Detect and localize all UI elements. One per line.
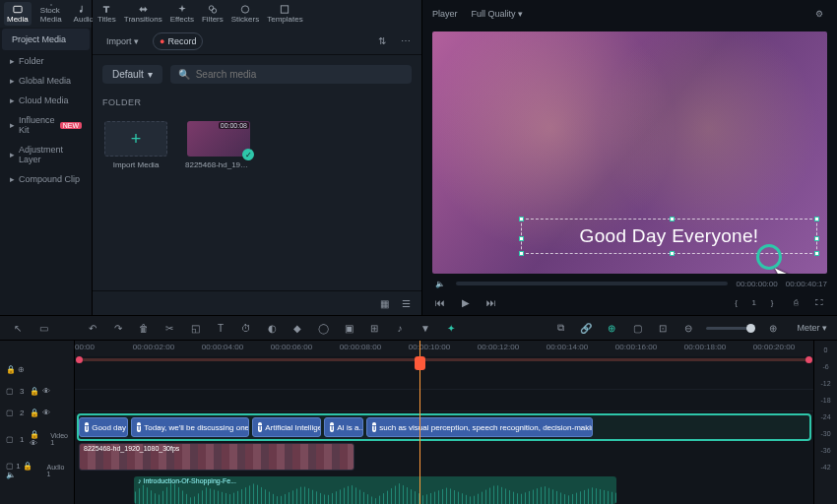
tab-media[interactable]: Media xyxy=(4,2,32,26)
range-bar[interactable] xyxy=(79,358,809,361)
timeline-toolbar: ↖ ▭ ↶ ↷ 🗑 ✂ ◱ T ⏱ ◐ ◆ ◯ ▣ ⊞ ♪ ▼ ✦ ⧉ 🔗 ⊕ … xyxy=(0,315,837,341)
vol-icon[interactable]: 🔈 xyxy=(432,276,448,291)
snap-icon[interactable]: ⊕ xyxy=(604,320,619,336)
media-clip[interactable]: 00:00:08✓ 8225468-hd_1920_1... xyxy=(185,121,252,169)
top-tabs: Media Stock Media Audio xyxy=(0,0,92,28)
time-ruler[interactable]: 00:00 00:00:02:00 00:00:04:00 00:00:06:0… xyxy=(75,341,813,356)
audio-1-head[interactable]: ▢ 1 🔒 🔈Audio 1 xyxy=(0,455,74,486)
ai-icon[interactable]: ✦ xyxy=(443,320,459,336)
track-3-head[interactable]: ▢ 3 🔒 👁 xyxy=(0,380,74,402)
sidebar-header[interactable]: Project Media xyxy=(2,29,90,50)
play-icon[interactable]: ▶ xyxy=(458,294,474,310)
magnet-icon[interactable]: ⧉ xyxy=(552,320,568,336)
caption-clip[interactable]: AI is a... xyxy=(324,417,363,437)
mark-in-icon[interactable]: { xyxy=(729,294,744,310)
undo-icon[interactable]: ↶ xyxy=(85,320,100,336)
grid-view-icon[interactable]: ▦ xyxy=(376,295,392,311)
fullscreen-icon[interactable]: ⛶ xyxy=(811,294,827,310)
tab-titles[interactable]: Titles xyxy=(95,2,119,26)
playhead[interactable] xyxy=(419,341,420,504)
svg-point-6 xyxy=(212,9,217,14)
snapshot-icon[interactable]: ⎙ xyxy=(788,294,804,310)
cut-icon[interactable]: ✂ xyxy=(161,320,177,336)
more-icon[interactable]: ⋯ xyxy=(398,33,414,49)
redo-icon[interactable]: ↷ xyxy=(110,320,126,336)
clip-duration: 00:00:08 xyxy=(219,122,249,129)
caption-clip[interactable]: Artificial Intellige... xyxy=(252,417,321,437)
delete-icon[interactable]: 🗑 xyxy=(136,320,152,336)
track-3[interactable] xyxy=(75,368,813,390)
speed-icon[interactable]: ⏱ xyxy=(238,320,254,336)
track-icon[interactable]: ▣ xyxy=(341,320,356,336)
tab-stock[interactable]: Stock Media xyxy=(37,2,65,26)
sidebar-adjust[interactable]: ▸ Adjustment Layer xyxy=(0,140,92,169)
tab-stickers[interactable]: Stickers xyxy=(228,2,262,26)
search-icon: 🔍 xyxy=(178,69,190,80)
mask-icon[interactable]: ◯ xyxy=(315,320,331,336)
zoom-out-icon[interactable]: ⊖ xyxy=(680,320,696,336)
preview-viewport[interactable]: Good Day Everyone! ➤ xyxy=(432,32,827,274)
tab-effects[interactable]: Effects xyxy=(167,2,197,26)
sidebar-compound[interactable]: ▸ Compound Clip xyxy=(0,169,92,189)
marker-icon[interactable]: ▼ xyxy=(418,320,433,336)
default-select[interactable]: Default ▾ xyxy=(102,65,162,84)
tab-transitions[interactable]: Transitions xyxy=(121,2,165,26)
import-menu[interactable]: Import ▾ xyxy=(100,33,145,49)
caption-text: Good Day Everyone! xyxy=(534,225,805,247)
svg-rect-8 xyxy=(282,6,289,13)
prev-icon[interactable]: ⏮ xyxy=(432,294,448,310)
track-2-head[interactable]: ▢ 2 🔒 👁 xyxy=(0,402,74,423)
caption-clip[interactable]: Good day ... xyxy=(79,417,128,437)
caption-clip[interactable]: such as visual perception, speech recogn… xyxy=(366,417,593,437)
import-card[interactable]: + Import Media xyxy=(102,121,169,169)
text-icon[interactable]: T xyxy=(213,320,228,336)
player-label: Player xyxy=(432,9,458,19)
search-input[interactable]: 🔍 xyxy=(170,65,412,84)
list-view-icon[interactable]: ☰ xyxy=(398,295,414,311)
group-icon[interactable]: ⊞ xyxy=(366,320,382,336)
video-clip[interactable]: 8225468-hd_1920_1080_30fps xyxy=(79,443,354,471)
crop-icon[interactable]: ◱ xyxy=(187,320,203,336)
next-icon[interactable]: ⏭ xyxy=(483,294,499,310)
caption-clip[interactable]: Today, we'll be discussing one o... xyxy=(131,417,249,437)
tab-filters[interactable]: Filters xyxy=(199,2,226,26)
pointer-icon[interactable]: ↖ xyxy=(10,320,26,336)
select-icon[interactable]: ▭ xyxy=(35,320,51,336)
svg-rect-1 xyxy=(50,4,51,5)
tab-templates[interactable]: Templates xyxy=(264,2,305,26)
svg-point-5 xyxy=(209,6,214,11)
scrub-bar[interactable] xyxy=(456,282,728,285)
marker2-icon[interactable]: ▢ xyxy=(629,320,645,336)
track-2[interactable] xyxy=(75,390,813,411)
settings-icon[interactable]: ⚙ xyxy=(811,6,827,22)
audio-clip[interactable]: ♪ Introduction-Of-Shopping-Fe... xyxy=(134,476,616,504)
color-icon[interactable]: ◐ xyxy=(264,320,280,336)
audio-icon[interactable]: ♪ xyxy=(392,320,408,336)
svg-rect-2 xyxy=(51,4,52,5)
sort-icon[interactable]: ⇅ xyxy=(374,33,390,49)
audio-meter: 0-6-12-18-24-30-36-42 xyxy=(813,341,837,504)
sidebar-global[interactable]: ▸ Global Media xyxy=(0,71,92,91)
top-tabs-ext: Titles Transitions Effects Filters Stick… xyxy=(93,0,421,28)
plus-icon: + xyxy=(131,129,142,150)
track-1-head[interactable]: ▢ 1 🔒 👁Video 1 xyxy=(0,423,74,455)
sidebar-cloud[interactable]: ▸ Cloud Media xyxy=(0,91,92,110)
record-button[interactable]: Record xyxy=(153,32,203,50)
sidebar-folder[interactable]: ▸ Folder xyxy=(0,51,92,71)
link-icon[interactable]: 🔗 xyxy=(578,320,594,336)
caption-track[interactable]: Good day ... Today, we'll be discussing … xyxy=(77,413,811,441)
audio-track[interactable]: ♪ Introduction-Of-Shopping-Fe... xyxy=(75,476,813,504)
lock-row[interactable]: 🔒 ⊕ xyxy=(0,358,74,380)
zoom-slider[interactable] xyxy=(706,327,755,330)
sidebar-influence[interactable]: ▸ Influence KitNEW xyxy=(0,110,92,140)
video-track[interactable]: 8225468-hd_1920_1080_30fps xyxy=(75,443,813,474)
fit-icon[interactable]: ⊡ xyxy=(655,320,671,336)
svg-rect-0 xyxy=(14,6,22,12)
keyframe-icon[interactable]: ◆ xyxy=(290,320,305,336)
check-icon: ✓ xyxy=(242,149,254,160)
meter-select[interactable]: Meter ▾ xyxy=(797,323,827,333)
zoom-in-icon[interactable]: ⊕ xyxy=(765,320,781,336)
quality-select[interactable]: Full Quality ▾ xyxy=(472,9,524,19)
time-left: 00:00:00:00 xyxy=(736,280,777,288)
mark-out-icon[interactable]: } xyxy=(764,294,780,310)
